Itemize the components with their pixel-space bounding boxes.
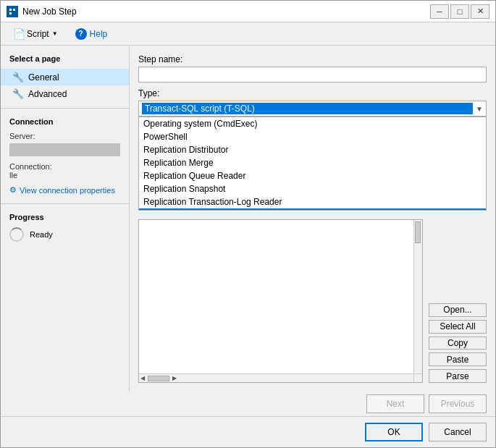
cancel-button[interactable]: Cancel [429,423,487,441]
content-area: Select a page 🔧 General 🔧 Advanced Conne… [1,46,495,392]
editor-scrollbar-horizontal[interactable]: ◀ ▶ [139,373,413,382]
scroll-thumb-horizontal[interactable] [148,376,169,381]
progress-spinner [9,227,24,242]
editor-row: ◀ ▶ Open... Select All Copy Paste Parse [138,216,487,383]
scroll-left-arrow[interactable]: ◀ [139,375,146,382]
script-icon: 📄 [13,28,25,40]
sidebar-item-general-label: General [28,72,59,83]
progress-status: Ready [30,230,53,239]
help-label: Help [90,29,108,39]
titlebar: New Job Step ─ □ ✕ [1,1,495,22]
ok-button[interactable]: OK [365,423,423,441]
scroll-thumb-vertical[interactable] [415,221,421,243]
next-button[interactable]: Next [366,394,424,413]
type-option-2[interactable]: Replication Distributor [139,143,486,156]
nav-footer: Next Previous [1,392,495,416]
script-label: Script [27,29,49,39]
sidebar-item-advanced[interactable]: 🔧 Advanced [1,85,129,102]
window-title: New Job Step [22,7,430,17]
previous-button[interactable]: Previous [429,394,487,413]
svg-rect-1 [9,9,12,11]
type-option-5[interactable]: Replication Snapshot [139,182,486,195]
view-connection-label: View connection properties [20,186,115,195]
minimize-button[interactable]: ─ [430,4,449,19]
sidebar-header: Select a page [1,51,129,69]
step-name-group: Step name: [138,54,487,83]
connection-properties-icon: ⚙ [9,185,17,195]
advanced-icon: 🔧 [12,88,24,99]
window-icon [7,6,18,17]
open-button[interactable]: Open... [429,303,487,317]
scroll-arrows-horizontal: ◀ ▶ [139,375,178,382]
sidebar-item-general[interactable]: 🔧 General [1,69,129,85]
script-dropdown-arrow: ▼ [52,30,58,37]
footer: OK Cancel [1,416,495,447]
toolbar: 📄 Script ▼ ? Help [1,22,495,46]
view-connection-properties-link[interactable]: ⚙ View connection properties [1,182,129,198]
type-label: Type: [138,88,487,98]
connection-value: lle [9,171,17,179]
step-name-label: Step name: [138,54,487,64]
type-option-7[interactable]: SQL Server Integration Services Package [139,208,486,211]
maximize-button[interactable]: □ [450,4,469,19]
editor-area[interactable]: ◀ ▶ [138,219,423,383]
scroll-right-arrow[interactable]: ▶ [171,375,178,382]
type-selected-text: Transact-SQL script (T-SQL) [142,103,473,114]
paste-button[interactable]: Paste [429,352,487,366]
step-name-input[interactable] [138,67,487,83]
copy-button[interactable]: Copy [429,337,487,350]
editor-scrollbar-vertical[interactable] [413,220,422,373]
titlebar-controls: ─ □ ✕ [430,4,489,19]
sidebar: Select a page 🔧 General 🔧 Advanced Conne… [1,46,130,392]
scroll-corner [413,373,422,382]
svg-rect-3 [9,12,12,14]
svg-rect-2 [13,9,15,11]
progress-content: Ready [1,224,129,245]
type-option-1[interactable]: PowerShell [139,130,486,143]
type-option-0[interactable]: Operating system (CmdExec) [139,117,486,130]
type-select[interactable]: Transact-SQL script (T-SQL) ▼ [138,101,487,117]
type-option-4[interactable]: Replication Queue Reader [139,169,486,182]
main-window: New Job Step ─ □ ✕ 📄 Script ▼ ? Help Sel… [0,0,496,448]
sidebar-item-advanced-label: Advanced [28,89,67,99]
connection-label: Connection: lle [1,159,129,182]
help-icon: ? [75,28,87,40]
close-button[interactable]: ✕ [471,4,489,19]
select-all-button[interactable]: Select All [429,320,487,334]
parse-button[interactable]: Parse [429,369,487,383]
type-section: Type: Transact-SQL script (T-SQL) ▼ Oper… [138,88,487,211]
svg-rect-0 [8,7,17,16]
help-button[interactable]: ? Help [69,26,114,42]
type-dropdown-arrow: ▼ [476,105,483,113]
main-panel: Step name: Type: Transact-SQL script (T-… [130,46,495,392]
connection-section-header: Connection [1,108,129,129]
progress-section-header: Progress [1,203,129,224]
type-option-6[interactable]: Replication Transaction-Log Reader [139,195,486,208]
side-buttons: Open... Select All Copy Paste Parse [429,216,487,383]
type-option-3[interactable]: Replication Merge [139,156,486,169]
script-button[interactable]: 📄 Script ▼ [7,26,64,42]
general-icon: 🔧 [12,72,24,83]
server-label: Server: [1,129,129,143]
type-dropdown-list: Operating system (CmdExec) PowerShell Re… [138,117,487,211]
